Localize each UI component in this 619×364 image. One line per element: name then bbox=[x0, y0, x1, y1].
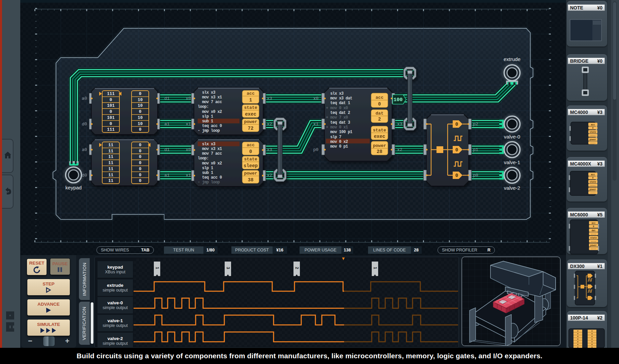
svg-text:0: 0 bbox=[139, 127, 142, 132]
svg-text:101: 101 bbox=[107, 116, 115, 120]
svg-text:- jmp loop: - jmp loop bbox=[198, 128, 220, 133]
svg-text:teq acc 0: teq acc 0 bbox=[198, 124, 222, 128]
svg-text:a1: a1 bbox=[164, 122, 170, 127]
svg-text:11: 11 bbox=[108, 167, 113, 172]
svg-text:101: 101 bbox=[107, 103, 115, 108]
svg-text:0: 0 bbox=[455, 122, 458, 127]
svg-text:mov x3 dat: mov x3 dat bbox=[326, 96, 353, 101]
svg-text:1: 1 bbox=[249, 97, 252, 103]
svg-text:+ mov 7 x0: + mov 7 x0 bbox=[326, 115, 348, 120]
svg-text:mov 7 acc: mov 7 acc bbox=[198, 151, 222, 156]
svg-text:slx x3: slx x3 bbox=[326, 91, 344, 96]
svg-text:0: 0 bbox=[139, 173, 142, 178]
svg-text:power: power bbox=[244, 119, 257, 124]
svg-text:2: 2 bbox=[378, 117, 381, 122]
svg-text:10: 10 bbox=[138, 103, 143, 108]
svg-text:state: state bbox=[590, 181, 596, 183]
svg-text:x3: x3 bbox=[267, 96, 272, 101]
svg-text:----: ---- bbox=[591, 240, 596, 243]
svg-text:valve-2: valve-2 bbox=[504, 185, 520, 191]
svg-text:----: ---- bbox=[591, 248, 596, 250]
svg-text:power: power bbox=[373, 143, 386, 148]
svg-text:x2: x2 bbox=[397, 147, 402, 152]
svg-text:loop:: loop: bbox=[198, 104, 209, 109]
svg-text:sub 1: sub 1 bbox=[198, 119, 213, 124]
svg-text:0: 0 bbox=[139, 143, 142, 148]
svg-text:teq acc 0: teq acc 0 bbox=[198, 175, 222, 180]
svg-text:mov 100 p1: mov 100 p1 bbox=[326, 130, 353, 134]
svg-text:mov x0 x2: mov x0 x2 bbox=[198, 110, 222, 114]
svg-text:d0: d0 bbox=[82, 173, 87, 178]
svg-text:0: 0 bbox=[139, 110, 142, 114]
svg-text:0: 0 bbox=[139, 155, 142, 159]
svg-text:----: ---- bbox=[591, 233, 596, 235]
svg-text:p1: p1 bbox=[473, 147, 478, 152]
svg-text:0: 0 bbox=[139, 161, 142, 165]
svg-text:slp 7: slp 7 bbox=[326, 135, 341, 140]
svg-text:0: 0 bbox=[592, 177, 594, 179]
svg-text:11: 11 bbox=[108, 173, 113, 178]
svg-text:acc: acc bbox=[592, 222, 596, 224]
svg-text:x2: x2 bbox=[267, 173, 272, 178]
svg-text:x3: x3 bbox=[267, 147, 272, 152]
svg-text:acc: acc bbox=[375, 95, 384, 100]
svg-text:0: 0 bbox=[455, 173, 458, 178]
svg-text:slp 1: slp 1 bbox=[198, 114, 213, 119]
svg-text:state: state bbox=[590, 131, 596, 133]
svg-text:x3: x3 bbox=[397, 122, 402, 127]
svg-text:0: 0 bbox=[593, 225, 594, 228]
svg-text:slx x3: slx x3 bbox=[198, 90, 216, 95]
svg-text:acc: acc bbox=[591, 124, 595, 126]
svg-text:state: state bbox=[244, 105, 257, 110]
svg-text:power: power bbox=[590, 244, 597, 247]
svg-text:mov x0 x2: mov x0 x2 bbox=[198, 161, 222, 166]
svg-text:0: 0 bbox=[139, 167, 142, 172]
svg-text:state: state bbox=[244, 157, 257, 162]
svg-text:keypad: keypad bbox=[65, 185, 82, 190]
svg-text:acc: acc bbox=[247, 91, 255, 96]
svg-text:power: power bbox=[590, 188, 596, 191]
svg-text:teq dat 2: teq dat 2 bbox=[326, 111, 350, 115]
svg-text:loop:: loop: bbox=[198, 156, 209, 161]
svg-text:0: 0 bbox=[110, 122, 112, 126]
svg-text:mov 7 acc: mov 7 acc bbox=[198, 100, 222, 104]
svg-text:valve-1: valve-1 bbox=[504, 159, 520, 165]
svg-text:x0: x0 bbox=[186, 147, 191, 152]
svg-text:0: 0 bbox=[378, 101, 381, 107]
svg-text:teq dat 1: teq dat 1 bbox=[326, 101, 350, 105]
svg-text:0: 0 bbox=[139, 179, 142, 183]
svg-text:slp 1: slp 1 bbox=[198, 166, 213, 171]
svg-text:p0: p0 bbox=[473, 173, 478, 178]
svg-text:100: 100 bbox=[393, 97, 402, 103]
svg-text:1: 1 bbox=[373, 267, 377, 269]
svg-text:dat: dat bbox=[375, 111, 383, 116]
svg-text:sub 1: sub 1 bbox=[198, 171, 213, 175]
svg-text:a1: a1 bbox=[164, 173, 170, 178]
svg-text:----: ---- bbox=[590, 184, 596, 187]
svg-text:----: ---- bbox=[590, 134, 596, 137]
svg-text:teq dat 3: teq dat 3 bbox=[326, 120, 350, 125]
svg-text:p2: p2 bbox=[473, 122, 478, 127]
svg-text:mov 0 p1: mov 0 p1 bbox=[326, 144, 348, 149]
svg-text:+ mov 0 x1: + mov 0 x1 bbox=[326, 125, 348, 130]
svg-text:mov x3 x1: mov x3 x1 bbox=[198, 147, 222, 151]
svg-text:d0: d0 bbox=[82, 122, 87, 127]
svg-text:38: 38 bbox=[248, 177, 254, 183]
svg-text:state: state bbox=[590, 237, 597, 239]
svg-text:- jmp loop: - jmp loop bbox=[198, 180, 220, 185]
svg-text:mov 0 x2: mov 0 x2 bbox=[326, 140, 348, 144]
svg-text:sleep: sleep bbox=[244, 163, 258, 169]
svg-text:mov x3 x1: mov x3 x1 bbox=[198, 95, 222, 100]
svg-text:----: ---- bbox=[590, 192, 596, 194]
svg-text:acc: acc bbox=[247, 143, 255, 148]
svg-text:exec: exec bbox=[245, 112, 256, 117]
svg-text:11: 11 bbox=[108, 149, 113, 154]
svg-text:exec: exec bbox=[374, 134, 385, 139]
svg-text:power: power bbox=[590, 139, 596, 141]
svg-text:+ mov 0 x0: + mov 0 x0 bbox=[326, 106, 348, 111]
svg-text:x1: x1 bbox=[313, 122, 318, 127]
svg-text:state: state bbox=[373, 128, 386, 133]
svg-text:extrude: extrude bbox=[504, 56, 520, 62]
svg-text:111: 111 bbox=[107, 127, 115, 132]
svg-text:10: 10 bbox=[138, 122, 143, 126]
